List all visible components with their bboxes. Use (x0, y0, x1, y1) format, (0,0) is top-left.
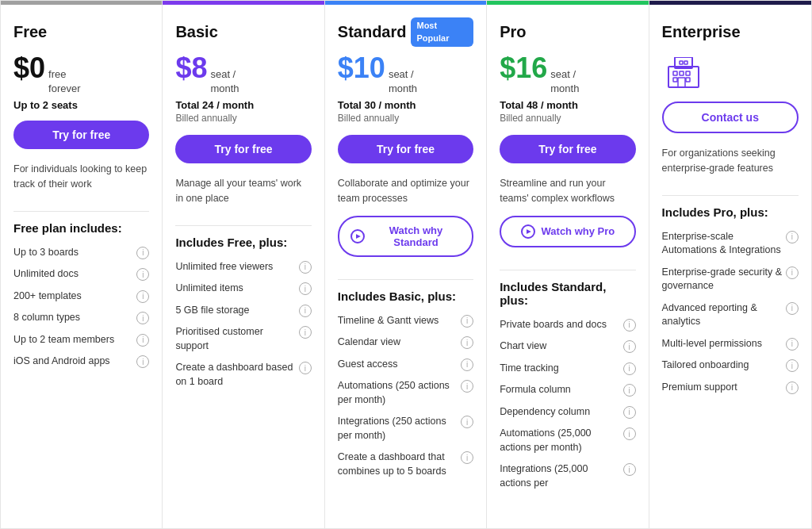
feature-item: iOS and Android apps i (13, 355, 149, 369)
plan-basic-total: Total 24 / month (175, 99, 311, 111)
feature-item: Automations (25,000 actions per month) i (500, 427, 635, 454)
feature-item: 8 column types i (13, 311, 149, 325)
watch-standard-button[interactable]: Watch why Standard (338, 216, 473, 257)
feature-item: Advanced reporting & analytics i (662, 301, 799, 329)
plan-free-name: Free (13, 23, 47, 41)
info-icon[interactable]: i (623, 463, 636, 476)
plan-standard-total: Total 30 / month (338, 99, 473, 111)
plan-free: Free $0 free forever Up to 2 seats Try f… (1, 1, 163, 528)
feature-item: Time tracking i (500, 362, 635, 376)
info-icon[interactable]: i (786, 338, 799, 351)
info-icon[interactable]: i (136, 355, 149, 368)
info-icon[interactable]: i (461, 315, 473, 328)
feature-item: Private boards and docs i (500, 318, 635, 332)
plan-enterprise-desc: For organizations seeking enterprise-gra… (662, 146, 799, 176)
plan-enterprise-divider (662, 195, 799, 196)
info-icon[interactable]: i (461, 380, 473, 393)
plan-basic-desc: Manage all your teams' work in one place (175, 176, 311, 206)
info-icon[interactable]: i (786, 266, 799, 279)
info-icon[interactable]: i (623, 362, 636, 375)
info-icon[interactable]: i (136, 268, 149, 281)
most-popular-badge: Most Popular (411, 17, 473, 47)
info-icon[interactable]: i (461, 336, 473, 349)
plan-basic-includes-title: Includes Free, plus: (175, 236, 311, 249)
feature-item: Dependency column i (500, 405, 635, 420)
plan-pro-includes-title: Includes Standard, plus: (500, 280, 635, 307)
info-icon[interactable]: i (623, 427, 636, 440)
info-icon[interactable]: i (786, 359, 799, 372)
plan-pro-price-detail: seat / month (550, 67, 579, 96)
plan-standard-includes-title: Includes Basic, plus: (338, 289, 473, 303)
plan-pro-price: $16 (500, 54, 547, 82)
feature-item: Create a dashboard based on 1 board i (175, 361, 311, 389)
feature-item: Integrations (250 actions per month) i (338, 415, 473, 443)
feature-item: Multi-level permissions i (662, 337, 799, 351)
plan-basic-price: $8 (175, 54, 207, 82)
info-icon[interactable]: i (136, 290, 149, 303)
feature-item: Timeline & Gantt views i (338, 314, 473, 328)
plan-pro-name: Pro (500, 23, 526, 41)
svg-rect-5 (680, 71, 684, 75)
info-icon[interactable]: i (299, 362, 312, 374)
info-icon[interactable]: i (623, 406, 636, 419)
watch-pro-button[interactable]: Watch why Pro (500, 216, 635, 247)
plan-standard-price: $10 (338, 54, 385, 82)
info-icon[interactable]: i (461, 451, 473, 464)
info-icon[interactable]: i (461, 358, 473, 371)
feature-item: Tailored onboarding i (662, 358, 799, 373)
plan-free-includes-title: Free plan includes: (13, 221, 149, 235)
plan-pro-divider (500, 270, 635, 270)
svg-rect-0 (668, 67, 699, 87)
info-icon[interactable]: i (786, 381, 799, 394)
plan-standard-cta[interactable]: Try for free (338, 135, 473, 163)
plan-enterprise-cta[interactable]: Contact us (662, 102, 799, 133)
feature-item: Formula column i (500, 383, 635, 397)
plan-enterprise-includes-title: Includes Pro, plus: (662, 205, 799, 219)
info-icon[interactable]: i (299, 305, 312, 317)
plan-free-price: $0 (13, 54, 45, 82)
plan-standard-billed: Billed annually (338, 113, 473, 124)
feature-item: Automations (250 actions per month) i (338, 379, 473, 407)
info-icon[interactable]: i (786, 302, 799, 315)
feature-item: Unlimited free viewers i (175, 260, 311, 274)
feature-item: Chart view i (500, 339, 635, 354)
plan-standard-desc: Collaborate and optimize your team proce… (338, 176, 473, 206)
info-icon[interactable]: i (136, 334, 149, 347)
info-icon[interactable]: i (136, 247, 149, 259)
plan-free-seats: Up to 2 seats (13, 99, 149, 111)
plan-pro-billed: Billed annually (500, 113, 635, 124)
plan-enterprise: Enterprise Contact us For organizations … (649, 1, 811, 528)
info-icon[interactable]: i (786, 231, 799, 243)
play-icon (521, 224, 535, 239)
play-icon (350, 229, 365, 243)
svg-rect-7 (673, 78, 677, 82)
plan-enterprise-name: Enterprise (662, 23, 741, 41)
svg-rect-3 (684, 61, 688, 64)
info-icon[interactable]: i (136, 312, 149, 324)
feature-item: Guest access i (338, 358, 473, 372)
info-icon[interactable]: i (299, 261, 312, 274)
info-icon[interactable]: i (623, 340, 636, 353)
info-icon[interactable]: i (623, 319, 636, 332)
feature-item: Create a dashboard that combines up to 5… (338, 450, 473, 478)
svg-rect-6 (686, 71, 690, 75)
plan-basic-cta[interactable]: Try for free (175, 135, 311, 163)
info-icon[interactable]: i (299, 282, 312, 295)
plan-basic-price-detail: seat / month (210, 67, 239, 96)
feature-item: Enterprise-grade security & governance i (662, 266, 799, 293)
plan-standard: Standard Most Popular $10 seat / month T… (325, 1, 487, 528)
info-icon[interactable]: i (461, 416, 473, 428)
plan-pro-cta[interactable]: Try for free (500, 135, 635, 163)
svg-rect-8 (686, 78, 690, 82)
feature-item: 5 GB file storage i (175, 304, 311, 318)
plan-basic-divider (175, 225, 311, 226)
plan-free-desc: For individuals looking to keep track of… (13, 162, 149, 192)
plan-free-divider (13, 211, 149, 212)
feature-item: Premium support i (662, 381, 799, 395)
feature-item: Up to 2 team members i (13, 333, 149, 347)
info-icon[interactable]: i (623, 384, 636, 397)
info-icon[interactable]: i (299, 326, 312, 339)
plan-pro-total: Total 48 / month (500, 99, 635, 111)
plan-standard-divider (338, 279, 473, 280)
plan-free-cta[interactable]: Try for free (13, 121, 149, 149)
